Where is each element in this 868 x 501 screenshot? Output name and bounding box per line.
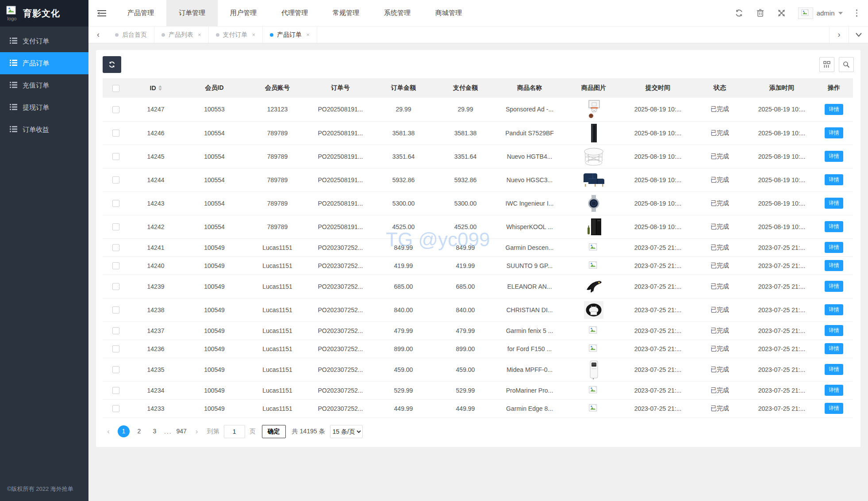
detail-button[interactable]: 详情: [825, 281, 843, 292]
sidebar-item[interactable]: 提现订单: [0, 96, 88, 119]
detail-button[interactable]: 详情: [825, 385, 843, 396]
topnav-item[interactable]: 订单管理: [166, 0, 218, 27]
cell-submit-time: 2025-08-19 10:...: [625, 145, 691, 168]
sidebar-item[interactable]: 产品订单: [0, 52, 88, 74]
row-checkbox[interactable]: [112, 200, 119, 207]
topnav-item[interactable]: 常规管理: [320, 0, 372, 27]
card-toolbar: [103, 56, 854, 73]
cell-product-name: Garmin Descen...: [496, 238, 563, 256]
columns-toggle-button[interactable]: [819, 57, 834, 72]
page-number[interactable]: 2: [133, 425, 145, 437]
cell-submit-time: 2023-07-25 21:...: [625, 298, 691, 321]
detail-button[interactable]: 详情: [825, 221, 843, 232]
row-checkbox[interactable]: [112, 244, 119, 251]
row-checkbox[interactable]: [112, 387, 119, 394]
detail-button[interactable]: 详情: [825, 304, 843, 315]
prev-page-icon[interactable]: ‹: [103, 427, 114, 436]
logo-alt-text: logo: [8, 16, 17, 21]
trash-icon[interactable]: [756, 8, 765, 18]
cell-order-no: PO202307252...: [308, 256, 373, 275]
row-checkbox[interactable]: [112, 366, 119, 373]
tab[interactable]: 产品列表 ×: [154, 27, 209, 43]
fullscreen-icon[interactable]: [777, 8, 787, 18]
user-menu[interactable]: admin: [798, 8, 843, 19]
row-checkbox[interactable]: [112, 262, 119, 269]
row-checkbox[interactable]: [112, 153, 119, 160]
detail-button[interactable]: 详情: [825, 325, 843, 336]
table-header-row: ID 会员ID 会员账号 订单号 订单金额 支付金额 商品名称 商品图片 提交时…: [103, 78, 853, 98]
product-image: [589, 404, 599, 413]
cell-account: Lucas1151: [246, 256, 308, 275]
detail-button[interactable]: 详情: [825, 127, 843, 138]
topnav-item[interactable]: 用户管理: [218, 0, 269, 27]
row-checkbox[interactable]: [112, 405, 119, 412]
sort-icon[interactable]: [158, 85, 162, 91]
tab[interactable]: 后台首页: [108, 27, 154, 43]
cell-product-name: SUUNTO 9 GP...: [496, 256, 563, 275]
sidebar-item[interactable]: 支付订单: [0, 30, 88, 52]
cell-product-name: Nuevo HGTB4...: [496, 145, 563, 168]
tab[interactable]: 产品订单 ×: [263, 27, 317, 43]
product-image: [584, 301, 603, 319]
page-size-select[interactable]: 15 条/页: [330, 425, 363, 438]
cell-added-time: 2023-07-25 21:...: [749, 399, 815, 417]
page-number[interactable]: 947: [176, 425, 188, 437]
tabs-scroll-right-icon[interactable]: ›: [829, 27, 849, 43]
tabs-menu-icon[interactable]: [849, 27, 868, 43]
search-icon[interactable]: [839, 57, 854, 72]
product-image: [584, 99, 604, 119]
cell-member-id: 100549: [182, 275, 246, 298]
next-page-icon[interactable]: ›: [191, 427, 203, 436]
more-options-icon[interactable]: [854, 9, 860, 17]
broken-image-icon: logo: [6, 6, 18, 21]
detail-button[interactable]: 详情: [825, 242, 843, 253]
list-icon: [10, 126, 17, 134]
sidebar-item[interactable]: 订单收益: [0, 119, 88, 141]
detail-button[interactable]: 详情: [825, 403, 843, 414]
cell-status: 已完成: [691, 298, 749, 321]
detail-button[interactable]: 详情: [825, 343, 843, 354]
collapse-menu-icon[interactable]: [88, 0, 115, 27]
row-checkbox[interactable]: [112, 223, 119, 230]
tab[interactable]: 支付订单 ×: [209, 27, 263, 43]
topnav-item[interactable]: 商城管理: [423, 0, 474, 27]
close-icon[interactable]: ×: [306, 31, 310, 38]
close-icon[interactable]: ×: [252, 31, 256, 38]
row-checkbox[interactable]: [112, 306, 119, 314]
topnav-item[interactable]: 产品管理: [115, 0, 166, 27]
detail-button[interactable]: 详情: [825, 198, 843, 209]
row-checkbox[interactable]: [112, 345, 119, 352]
detail-button[interactable]: 详情: [825, 364, 843, 375]
cell-member-id: 100554: [182, 145, 246, 168]
row-checkbox[interactable]: [112, 283, 119, 290]
cell-order-no: PO202508191...: [308, 145, 373, 168]
tabs-scroll-left-icon[interactable]: ‹: [88, 27, 108, 43]
col-header-id[interactable]: ID: [129, 78, 182, 98]
brand-title: 育影文化: [23, 8, 60, 19]
page-jump-input[interactable]: [224, 425, 245, 438]
page-number[interactable]: 1: [118, 425, 130, 437]
detail-button[interactable]: 详情: [825, 104, 843, 115]
refresh-icon[interactable]: [734, 8, 744, 18]
select-all-checkbox[interactable]: [112, 85, 119, 92]
topnav-item[interactable]: 代理管理: [269, 0, 320, 27]
row-checkbox[interactable]: [112, 327, 119, 334]
sidebar-item[interactable]: 充值订单: [0, 74, 88, 96]
topnav-item[interactable]: 系统管理: [372, 0, 423, 27]
confirm-button[interactable]: 确定: [262, 425, 286, 438]
row-checkbox[interactable]: [112, 130, 119, 137]
page-number[interactable]: 3: [149, 425, 161, 437]
close-icon[interactable]: ×: [198, 31, 201, 38]
detail-button[interactable]: 详情: [825, 151, 843, 162]
table-refresh-button[interactable]: [103, 56, 121, 73]
cell-added-time: 2023-07-25 21:...: [749, 358, 815, 381]
cell-amount: 449.99: [373, 399, 434, 417]
table-row: 14242 100554 789789 PO202508191... 4525.…: [103, 215, 853, 238]
row-checkbox[interactable]: [112, 106, 119, 113]
cell-amount: 459.00: [373, 358, 434, 381]
row-checkbox[interactable]: [112, 176, 119, 184]
cell-id: 14242: [129, 215, 182, 238]
detail-button[interactable]: 详情: [825, 174, 843, 185]
cell-order-no: PO202508191...: [308, 168, 373, 191]
detail-button[interactable]: 详情: [825, 260, 843, 271]
